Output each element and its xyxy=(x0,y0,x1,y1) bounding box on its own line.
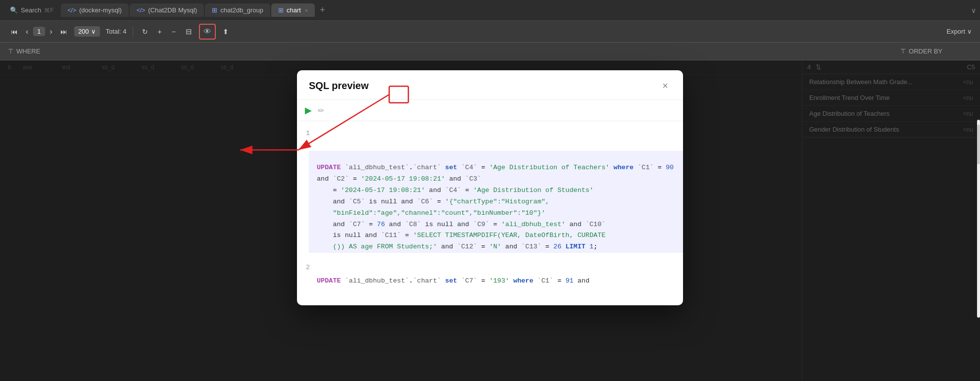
last-page-button[interactable]: ⏭ xyxy=(57,26,70,38)
page-size-dropdown[interactable]: 200 ∨ xyxy=(74,26,100,37)
tab-chat2db-group-label: chat2db_group xyxy=(220,6,263,14)
modal-run-button[interactable]: ▶ xyxy=(305,105,312,116)
prev-page-icon: ‹ xyxy=(26,27,28,36)
order-icon: ⊤ xyxy=(900,48,906,55)
tab-code-icon: </> xyxy=(68,7,76,14)
where-filter[interactable]: ⊤ WHERE xyxy=(8,48,40,55)
modal-toolbar: ▶ ✏ xyxy=(297,100,683,121)
sql-preview-modal: SQL preview × ▶ ✏ 1 2 UPDATE `ali_dbhub_… xyxy=(297,70,683,305)
tab-add-button[interactable]: + xyxy=(316,5,329,15)
copy-row-button[interactable]: ⊟ xyxy=(183,25,195,38)
minus-icon: − xyxy=(172,28,176,36)
tab-chat2db-mysql[interactable]: </> (Chat2DB Mysql) xyxy=(130,3,204,17)
search-shortcut: ⌘F xyxy=(44,7,53,14)
tab-table-icon-2: ⊞ xyxy=(278,6,284,14)
search-label: Search xyxy=(21,6,41,14)
modal-close-button[interactable]: × xyxy=(659,79,671,93)
copy-icon: ⊟ xyxy=(186,27,192,36)
sql-preview-button[interactable]: 👁 xyxy=(199,24,216,40)
tab-chart[interactable]: ⊞ chart × xyxy=(271,3,315,17)
first-page-icon: ⏮ xyxy=(11,28,18,36)
tab-chat2db-group[interactable]: ⊞ chat2db_group xyxy=(205,3,270,17)
upload-button[interactable]: ⬆ xyxy=(220,26,232,38)
modal-title: SQL preview xyxy=(309,80,369,92)
first-page-button[interactable]: ⏮ xyxy=(8,26,21,38)
modal-header: SQL preview × xyxy=(297,70,683,100)
export-label: Export xyxy=(946,28,965,35)
page-number[interactable]: 1 xyxy=(33,27,45,36)
delete-row-button[interactable]: − xyxy=(169,26,179,38)
total-count: Total: 4 xyxy=(106,28,127,35)
tab-expand-button[interactable]: ∨ xyxy=(971,6,976,14)
export-button[interactable]: Export ∨ xyxy=(946,28,972,35)
tab-table-icon-1: ⊞ xyxy=(212,6,217,14)
toolbar-separator-1 xyxy=(133,27,133,37)
prev-page-button[interactable]: ‹ xyxy=(23,25,31,38)
search-icon: 🔍 xyxy=(10,6,18,14)
tab-bar: 🔍 Search ⌘F </> (docker-mysql) </> (Chat… xyxy=(0,0,980,21)
order-by-filter[interactable]: ⊤ ORDER BY xyxy=(900,48,942,55)
tab-chat2db-mysql-label: (Chat2DB Mysql) xyxy=(148,6,197,14)
toolbar: ⏮ ‹ 1 › ⏭ 200 ∨ Total: 4 ↻ + − ⊟ 👁 ⬆ Exp… xyxy=(0,21,980,43)
add-row-button[interactable]: + xyxy=(155,26,165,38)
refresh-button[interactable]: ↻ xyxy=(139,26,151,38)
eye-icon: 👁 xyxy=(203,27,211,36)
code-content: UPDATE `ali_dbhub_test`.`chart` set `C4`… xyxy=(317,128,675,298)
order-by-label: ORDER BY xyxy=(909,48,942,55)
last-page-icon: ⏭ xyxy=(60,28,67,36)
modal-overlay: SQL preview × ▶ ✏ 1 2 UPDATE `ali_dbhub_… xyxy=(0,60,980,381)
add-icon: + xyxy=(158,28,162,36)
where-label: WHERE xyxy=(16,48,40,55)
next-page-icon: › xyxy=(50,27,52,36)
export-caret-icon: ∨ xyxy=(967,28,972,35)
where-icon: ⊤ xyxy=(8,48,13,55)
modal-code-area[interactable]: 1 2 UPDATE `ali_dbhub_test`.`chart` set … xyxy=(297,121,683,305)
page-size-value: 200 xyxy=(78,28,89,35)
filter-bar: ⊤ WHERE ⊤ ORDER BY xyxy=(0,43,980,60)
tab-chart-close[interactable]: × xyxy=(305,7,308,13)
next-page-button[interactable]: › xyxy=(47,25,55,38)
upload-icon: ⬆ xyxy=(223,28,229,36)
tab-docker-mysql[interactable]: </> (docker-mysql) xyxy=(61,3,129,17)
search-tab[interactable]: 🔍 Search ⌘F xyxy=(4,3,60,17)
tab-chart-label: chart xyxy=(287,6,301,14)
tab-code-icon-2: </> xyxy=(137,7,145,14)
modal-edit-button[interactable]: ✏ xyxy=(318,106,324,115)
tab-docker-mysql-label: (docker-mysql) xyxy=(79,6,122,14)
pagination-nav: ⏮ ‹ 1 › ⏭ xyxy=(8,25,70,38)
main-area: b ase est ss_d ss_d ss_d ss_d 4 ⇅ C5 Rel… xyxy=(0,60,980,381)
page-size-caret: ∨ xyxy=(91,28,96,35)
refresh-icon: ↻ xyxy=(142,28,148,36)
